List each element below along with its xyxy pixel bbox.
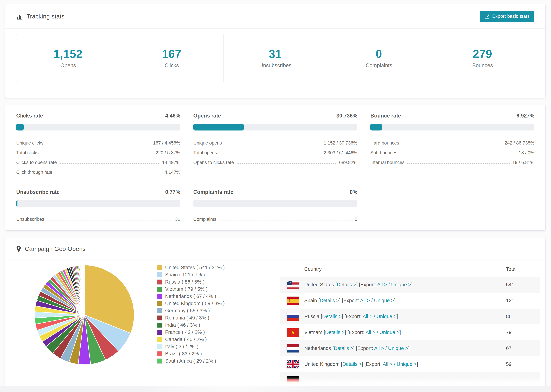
stat-label: Bounces (472, 63, 493, 69)
rate-detail-value: 14.497% (162, 160, 180, 165)
legend-swatch (157, 294, 162, 299)
stat-box-bounces: 279Bounces (431, 34, 534, 82)
details-link[interactable]: Details > (322, 314, 342, 319)
legend-item-romania: Romania ( 49 / 3% ) (157, 315, 225, 321)
stat-value: 1,152 (54, 47, 83, 60)
bracket: ] [Export: (339, 298, 360, 303)
export-unique-link[interactable]: Unique > (374, 298, 394, 303)
legend-label: Spain ( 121 / 7% ) (165, 272, 205, 278)
legend-swatch (157, 344, 162, 349)
export-icon (485, 14, 490, 19)
bracket: ] [Export: (345, 329, 366, 335)
stat-box-complaints: 0Complaints (327, 34, 431, 82)
details-link[interactable]: Details > (320, 298, 339, 303)
rate-detail-label: Unique opens (193, 140, 222, 146)
rate-detail-row: Hard bounces242 / 86.738% (370, 136, 534, 146)
geo-pie-chart[interactable] (33, 264, 136, 366)
export-basic-stats-button[interactable]: Export basic stats (480, 11, 535, 22)
rate-detail-row: Complaints0 (193, 212, 357, 222)
total-cell: 541 (506, 282, 540, 287)
export-unique-link[interactable]: Unique > (397, 361, 417, 367)
stat-label: Clicks (165, 63, 179, 69)
rate-section-head: Unsubscribe rate0.77% (16, 189, 180, 195)
bracket: ] [Export: (353, 345, 374, 351)
legend-swatch (157, 337, 162, 342)
bracket: [ (317, 298, 320, 303)
rates-grid: Clicks rate4.46%Unique clicks167 / 4.456… (5, 105, 545, 230)
details-link[interactable]: Details > (334, 345, 353, 351)
rate-section-clicks-rate: Clicks rate4.46%Unique clicks167 / 4.456… (16, 113, 180, 175)
export-all-link[interactable]: All > (374, 345, 384, 351)
rate-detail-row: Unique opens1,152 / 30.736% (193, 136, 357, 146)
us-flag-icon (287, 281, 299, 289)
legend-item-south-africa: South Africa ( 29 / 2% ) (157, 358, 225, 364)
legend-item-india: India ( 46 / 3% ) (157, 322, 225, 328)
legend-label: Brazil ( 33 / 2% ) (165, 351, 202, 357)
legend-swatch (157, 280, 162, 285)
stat-box-clicks: 167Clicks (120, 34, 224, 82)
legend-item-russia: Russia ( 86 / 5% ) (157, 279, 225, 285)
rates-card: Clicks rate4.46%Unique clicks167 / 4.456… (5, 105, 545, 231)
total-cell: 121 (506, 298, 540, 303)
rate-detail-value: 1,152 / 30.736% (324, 140, 357, 146)
export-all-link[interactable]: All > (377, 282, 387, 287)
slash-separator: / (372, 314, 376, 319)
country-cell: United Kingdom [Details >] [Export: All … (304, 361, 506, 367)
dotted-leader (401, 144, 502, 144)
geo-table: Country Total United States [Details >] … (280, 261, 540, 386)
export-all-link[interactable]: All > (363, 314, 372, 319)
country-cell: Russia [Details >] [Export: All > / Uniq… (304, 314, 506, 319)
details-link[interactable]: Details > (342, 361, 362, 367)
legend-swatch (157, 358, 162, 364)
stat-label: Unsubscribes (259, 63, 291, 69)
legend-swatch (157, 265, 162, 270)
geo-opens-title: Campaign Geo Opens (25, 245, 85, 252)
rate-detail-value: 0 (355, 217, 357, 222)
rate-detail-label: Hard bounces (370, 140, 399, 146)
rate-detail-value: 242 / 86.738% (505, 140, 534, 146)
progress-bar-fill (370, 124, 381, 131)
map-pin-icon (16, 245, 21, 252)
slash-separator: / (375, 329, 379, 335)
export-button-label: Export basic stats (492, 14, 530, 19)
rate-detail-row: Unsubscribes31 (16, 212, 180, 222)
vn-flag-icon (287, 328, 299, 336)
stat-value: 167 (162, 47, 181, 60)
legend-swatch (157, 308, 162, 313)
dotted-leader (219, 154, 322, 154)
stat-box-opens: 1,152Opens (16, 34, 120, 82)
legend-label: France ( 42 / 2% ) (165, 329, 205, 335)
tracking-stats-header: Tracking stats Export basic stats (5, 4, 545, 28)
total-cell: 67 (506, 345, 540, 351)
details-link[interactable]: Details > (337, 282, 356, 287)
rate-detail-value: 4.147% (165, 170, 180, 175)
geo-opens-header: Campaign Geo Opens (5, 238, 545, 259)
table-row-vietnam: Vietnam [Details >] [Export: All > / Uni… (280, 324, 540, 340)
progress-bar (193, 200, 357, 207)
dotted-leader (46, 144, 151, 144)
stat-label: Opens (60, 63, 76, 69)
total-cell: 86 (506, 314, 540, 319)
bracket: ] (417, 361, 418, 367)
export-unique-link[interactable]: Unique > (380, 329, 400, 335)
slash-separator: / (393, 361, 397, 367)
stat-value: 279 (473, 47, 492, 60)
export-unique-link[interactable]: Unique > (376, 314, 396, 319)
bracket: ] (408, 345, 410, 351)
export-all-link[interactable]: All > (383, 361, 393, 367)
rate-detail-label: Opens to clicks rate (193, 160, 234, 165)
export-all-link[interactable]: All > (366, 329, 375, 335)
export-unique-link[interactable]: Unique > (391, 282, 411, 287)
progress-bar-fill (16, 200, 17, 207)
bracket: ] (394, 298, 396, 303)
country-name: Netherlands (304, 345, 331, 351)
legend-swatch (157, 315, 162, 321)
legend-swatch (157, 351, 162, 357)
export-unique-link[interactable]: Unique > (388, 345, 408, 351)
legend-label: Germany ( 55 / 3% ) (165, 308, 210, 314)
rate-section-opens-rate: Opens rate30.736%Unique opens1,152 / 30.… (193, 113, 357, 175)
rate-detail-label: Internal bounces (370, 160, 404, 165)
details-link[interactable]: Details > (325, 329, 345, 335)
export-all-link[interactable]: All > (360, 298, 370, 303)
country-name: United Kingdom (304, 361, 339, 367)
